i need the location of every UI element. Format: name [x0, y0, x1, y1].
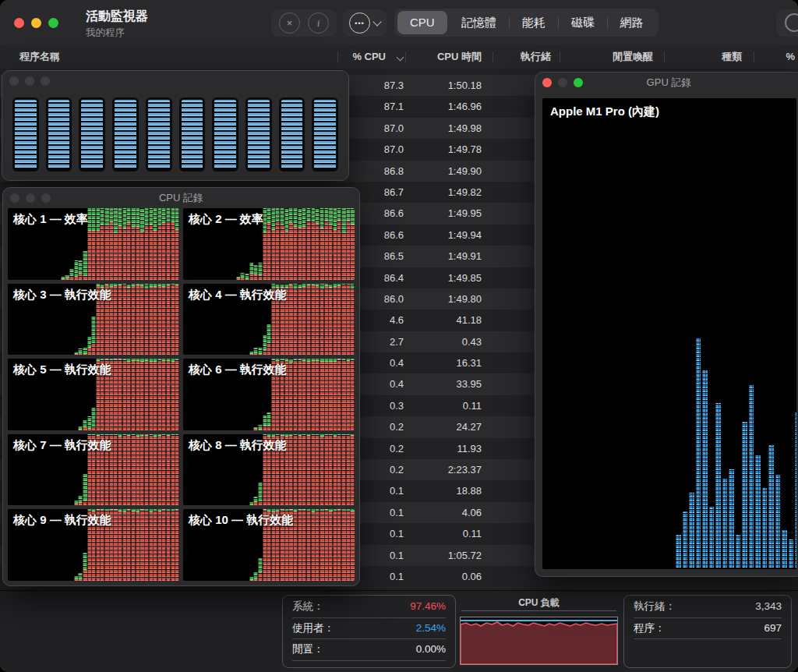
window-controls [542, 78, 583, 87]
cpu-history-titlebar[interactable]: CPU 記錄 [3, 188, 359, 208]
minimize-window-button[interactable] [26, 193, 35, 203]
cell-cpu-time: 1:05.72 [448, 545, 482, 566]
processes-row: 程序： 697 [634, 618, 782, 640]
column-header-extra[interactable]: % [786, 45, 795, 68]
core-label: 核心 9 — 執行效能 [13, 513, 111, 528]
tab-磁碟[interactable]: 磁碟 [559, 9, 607, 37]
column-header-process-name[interactable]: 程序名稱 [19, 45, 60, 68]
core-label: 核心 10 — 執行效能 [189, 513, 293, 528]
close-circle-icon: × [287, 18, 293, 28]
cell-cpu-time: 1:49.82 [448, 182, 482, 203]
quit-process-button[interactable]: × [279, 12, 300, 34]
cell-cpu-pct: 0.2 [390, 416, 404, 437]
tab-記憶體[interactable]: 記憶體 [449, 9, 509, 37]
column-header-cpu-time[interactable]: CPU 時間 [437, 45, 482, 68]
cpu-history-window-title: CPU 記錄 [159, 191, 203, 205]
core-label: 核心 8 — 執行效能 [189, 438, 287, 453]
search-icon [785, 13, 798, 32]
gpu-name-label: Apple M1 Pro (內建) [550, 104, 659, 119]
cell-cpu-pct: 0.4 [390, 352, 404, 373]
cell-cpu-pct: 0.2 [390, 438, 404, 459]
gpu-usage-bar [775, 474, 781, 568]
gpu-history-titlebar[interactable]: GPU 記錄 [535, 73, 798, 93]
column-header-kind[interactable]: 種類 [722, 45, 742, 68]
core-load-meter [245, 97, 272, 172]
core-meters-titlebar[interactable] [2, 71, 348, 91]
column-header-threads[interactable]: 執行緒 [521, 45, 551, 68]
core-history-cell: 核心 1 — 效率 [8, 208, 179, 280]
gpu-usage-bar [709, 507, 715, 568]
cell-cpu-time: 4.06 [462, 502, 482, 523]
user-usage-row: 使用者： 2.54% [292, 618, 446, 640]
cell-cpu-time: 1:49.94 [448, 225, 482, 246]
close-window-button[interactable] [14, 18, 24, 28]
zoom-window-button[interactable] [41, 193, 51, 203]
window-title-block: 活動監視器 我的程序 [86, 9, 148, 40]
gpu-usage-bar [722, 479, 728, 568]
app-title: 活動監視器 [86, 9, 148, 25]
inspect-process-button[interactable]: i [308, 12, 329, 34]
cell-cpu-pct: 87.0 [384, 139, 404, 160]
minimize-window-button[interactable] [25, 76, 34, 86]
cpu-load-panel: CPU 負載 [460, 593, 618, 670]
cell-cpu-pct: 0.2 [390, 459, 404, 480]
idle-usage-row: 閒置： 0.00% [292, 639, 446, 661]
core-label: 核心 7 — 執行效能 [13, 438, 111, 453]
cell-cpu-time: 1:49.78 [448, 139, 482, 160]
column-header-cpu-pct[interactable]: % CPU [352, 45, 386, 68]
cell-cpu-time: 1:49.85 [448, 267, 482, 288]
cell-cpu-time: 1:49.98 [448, 118, 482, 139]
window-controls [14, 18, 58, 28]
cell-cpu-pct: 0.4 [390, 373, 404, 394]
search-button[interactable] [776, 9, 798, 37]
cell-cpu-time: 1:49.95 [448, 203, 482, 224]
system-label: 系統： [292, 596, 324, 617]
core-history-cell: 核心 4 — 執行效能 [183, 284, 355, 355]
close-window-button[interactable] [10, 193, 19, 203]
gpu-usage-bar [683, 511, 688, 568]
cell-cpu-time: 18.88 [456, 480, 482, 501]
threads-label: 執行緒： [634, 596, 676, 617]
column-header-idle-wakeups[interactable]: 閒置喚醒 [613, 45, 653, 68]
process-scope-subtitle: 我的程序 [86, 27, 148, 40]
minimize-window-button[interactable] [31, 18, 41, 28]
toolbar: 活動監視器 我的程序 × i ••• CPU記憶體能耗磁碟網路 [0, 0, 798, 45]
core-history-cell: 核心 7 — 執行效能 [8, 434, 179, 506]
zoom-window-button[interactable] [574, 78, 583, 87]
gpu-usage-bar [715, 403, 721, 568]
zoom-window-button[interactable] [41, 76, 50, 86]
cell-cpu-pct: 86.5 [384, 246, 404, 267]
cell-cpu-time: 1:50.18 [448, 75, 482, 96]
minimize-window-button[interactable] [558, 78, 567, 87]
cell-cpu-pct: 86.4 [384, 267, 404, 288]
cell-cpu-time: 24.27 [456, 416, 482, 437]
core-history-cell: 核心 9 — 執行效能 [8, 509, 179, 581]
core-load-meter [312, 97, 338, 172]
gpu-usage-bar [789, 539, 794, 568]
gpu-usage-bar [729, 469, 734, 568]
core-label: 核心 1 — 效率 [13, 212, 88, 227]
more-options-icon: ••• [349, 12, 370, 34]
cell-cpu-pct: 86.6 [384, 203, 404, 224]
cell-cpu-time: 0.06 [462, 566, 482, 587]
gpu-usage-bar [676, 535, 681, 568]
core-load-meter [279, 97, 305, 172]
tab-能耗[interactable]: 能耗 [510, 9, 558, 37]
cpu-load-graph-svg [461, 617, 617, 664]
cell-cpu-time: 1:46.96 [448, 96, 482, 117]
cell-cpu-pct: 86.8 [384, 161, 404, 182]
cell-cpu-time: 2:23.37 [448, 459, 482, 480]
close-window-button[interactable] [542, 78, 552, 87]
tab-CPU[interactable]: CPU [397, 11, 447, 34]
user-label: 使用者： [292, 618, 334, 639]
zoom-window-button[interactable] [48, 18, 58, 28]
cell-cpu-pct: 2.7 [390, 331, 404, 352]
core-label: 核心 5 — 執行效能 [13, 363, 111, 377]
core-history-cell: 核心 5 — 執行效能 [8, 359, 179, 430]
idle-value: 0.00% [416, 639, 446, 660]
tab-網路[interactable]: 網路 [608, 9, 656, 37]
more-options-button[interactable]: ••• [343, 9, 387, 37]
close-window-button[interactable] [9, 76, 19, 86]
cell-cpu-pct: 87.0 [384, 118, 404, 139]
gpu-usage-bar [689, 493, 694, 568]
